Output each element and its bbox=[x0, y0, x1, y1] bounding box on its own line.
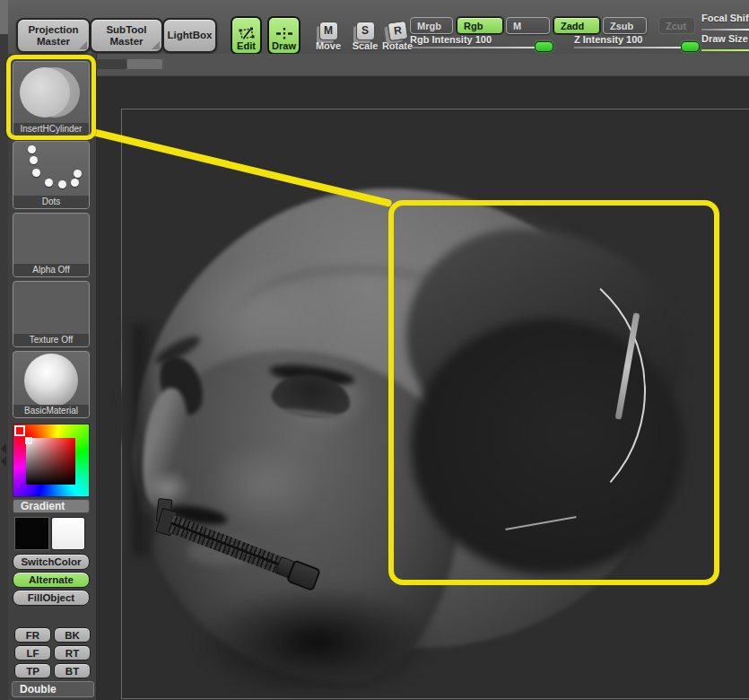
tray-scrollbar-segment[interactable] bbox=[127, 59, 162, 69]
dots-stroke-icon bbox=[28, 145, 36, 153]
flyout-corner-icon bbox=[79, 41, 87, 49]
dots-stroke-icon bbox=[74, 170, 82, 178]
switch-color-button[interactable]: SwitchColor bbox=[13, 554, 90, 570]
z-intensity-slider-label: Z Intensity 100 bbox=[574, 34, 642, 45]
move-icon: M bbox=[319, 22, 338, 40]
left-tool-tray: InsertHCylinder Dots Alpha Off Texture O… bbox=[8, 54, 97, 700]
lightbox-label: LightBox bbox=[168, 30, 213, 41]
alternate-button[interactable]: Alternate bbox=[13, 572, 90, 588]
draw-label: Draw bbox=[272, 40, 296, 51]
rotate-icon: R bbox=[387, 21, 408, 42]
draw-mode-button[interactable]: Draw bbox=[267, 16, 300, 55]
edit-marquee-icon bbox=[238, 27, 256, 40]
subtool-master-button[interactable]: SubTool Master bbox=[90, 18, 163, 53]
dots-stroke-icon bbox=[58, 180, 66, 188]
edit-mode-button[interactable]: Edit bbox=[231, 16, 262, 55]
dots-stroke-icon bbox=[71, 179, 79, 187]
color-picker[interactable] bbox=[13, 424, 90, 497]
annotation-highlight-box bbox=[6, 55, 96, 140]
alpha-name: Alpha Off bbox=[13, 264, 89, 276]
current-color-swatch bbox=[14, 425, 25, 436]
top-shelf: Projection Master SubTool Master LightBo… bbox=[8, 0, 749, 54]
color-picker-cursor bbox=[25, 437, 32, 444]
view-bottom-button[interactable]: BT bbox=[54, 663, 91, 678]
rgb-intensity-slider-handle[interactable] bbox=[535, 41, 553, 52]
view-back-button[interactable]: BK bbox=[54, 627, 91, 643]
tray-edge-strip-top bbox=[0, 0, 8, 34]
focal-shift-slider-track[interactable] bbox=[701, 29, 749, 31]
zcut-toggle[interactable]: Zcut bbox=[658, 17, 695, 34]
mrgb-toggle[interactable]: Mrgb bbox=[410, 17, 453, 34]
tray-collapse-arrow-icon[interactable] bbox=[1, 456, 6, 467]
alpha-selector[interactable]: Alpha Off bbox=[13, 213, 90, 277]
rgb-intensity-slider-track[interactable] bbox=[410, 47, 552, 48]
dots-stroke-icon bbox=[30, 156, 38, 164]
gradient-button[interactable]: Gradient bbox=[13, 499, 90, 513]
dots-stroke-icon bbox=[45, 179, 53, 187]
subtool-master-label: SubTool Master bbox=[98, 24, 155, 48]
draw-size-slider-track[interactable] bbox=[701, 49, 749, 51]
dots-stroke-icon bbox=[32, 169, 40, 177]
texture-selector[interactable]: Texture Off bbox=[13, 281, 90, 347]
zbrush-window: Projection Master SubTool Master LightBo… bbox=[0, 0, 749, 700]
tray-collapse-arrow-icon[interactable] bbox=[1, 443, 6, 454]
zsub-toggle[interactable]: Zsub bbox=[603, 17, 647, 34]
scale-icon: S bbox=[356, 22, 375, 40]
focal-shift-slider-label: Focal Shift bbox=[701, 13, 749, 23]
z-intensity-value: 100 bbox=[626, 34, 642, 45]
material-sphere-icon bbox=[24, 354, 78, 407]
lightbox-button[interactable]: LightBox bbox=[162, 18, 217, 53]
draw-crosshair-icon bbox=[275, 27, 293, 40]
secondary-color-swatch[interactable] bbox=[51, 517, 85, 550]
material-selector[interactable]: BasicMaterial bbox=[13, 351, 90, 418]
texture-name: Texture Off bbox=[13, 334, 89, 346]
z-intensity-slider-track[interactable] bbox=[574, 47, 686, 48]
material-name: BasicMaterial bbox=[13, 405, 89, 417]
view-top-button[interactable]: TP bbox=[14, 663, 51, 678]
double-button[interactable]: Double bbox=[12, 681, 94, 697]
move-label: Move bbox=[310, 40, 346, 51]
m-toggle[interactable]: M bbox=[506, 17, 550, 34]
move-mode-button[interactable]: M Move bbox=[310, 22, 346, 51]
rgb-toggle[interactable]: Rgb bbox=[457, 17, 503, 34]
stroke-selector[interactable]: Dots bbox=[13, 141, 90, 209]
projection-master-label: Projection Master bbox=[22, 24, 85, 48]
z-intensity-slider-handle[interactable] bbox=[681, 41, 700, 52]
rgb-intensity-slider-label: Rgb Intensity 100 bbox=[410, 34, 492, 45]
annotation-highlight-rect bbox=[388, 200, 719, 585]
stroke-name: Dots bbox=[13, 196, 89, 208]
main-color-swatch[interactable] bbox=[14, 517, 49, 550]
view-left-button[interactable]: LF bbox=[14, 645, 51, 661]
flyout-corner-icon bbox=[152, 41, 160, 49]
projection-master-button[interactable]: Projection Master bbox=[16, 18, 91, 53]
zadd-toggle[interactable]: Zadd bbox=[553, 17, 600, 34]
fill-object-button[interactable]: FillObject bbox=[13, 590, 90, 606]
color-picker-sv-square[interactable] bbox=[26, 438, 75, 485]
rgb-intensity-value: 100 bbox=[475, 34, 492, 45]
view-right-button[interactable]: RT bbox=[54, 645, 91, 661]
edit-label: Edit bbox=[237, 40, 256, 51]
draw-size-slider-label: Draw Size bbox=[701, 33, 749, 44]
view-front-button[interactable]: FR bbox=[14, 627, 51, 643]
